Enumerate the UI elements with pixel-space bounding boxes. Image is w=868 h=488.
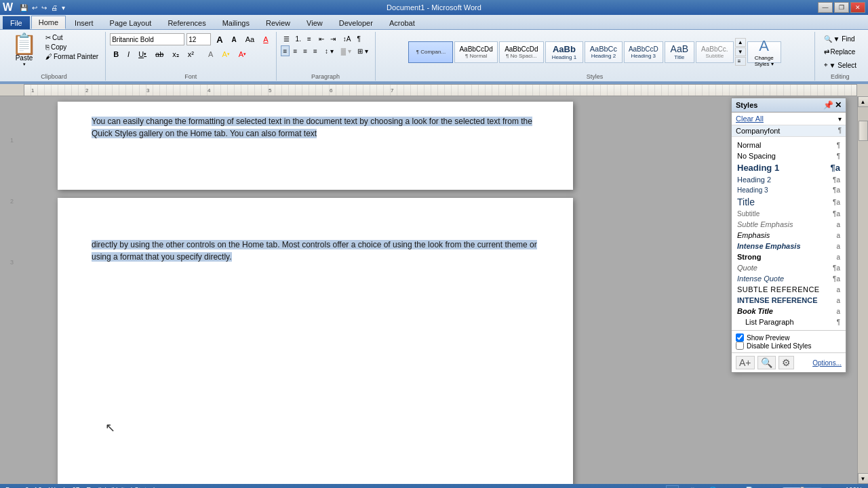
options-link[interactable]: Options... <box>812 359 842 367</box>
style-item-emphasis[interactable]: Emphasis a <box>732 230 846 241</box>
tab-home[interactable]: Home <box>31 16 66 29</box>
style-item-intense-quote[interactable]: Intense Quote ¶a <box>732 273 846 284</box>
style-normal-button[interactable]: AaBbCcDd ¶ Normal <box>454 41 497 63</box>
save-icon[interactable]: 💾 <box>18 3 29 12</box>
style-item-strong[interactable]: Strong a <box>732 251 846 262</box>
style-item-heading3[interactable]: Heading 3 ¶a <box>732 185 846 195</box>
subscript-button[interactable]: x₂ <box>169 48 182 60</box>
full-reading-button[interactable]: 📖 <box>686 486 699 489</box>
scroll-down-button[interactable]: ▼ <box>858 473 869 484</box>
tab-developer[interactable]: Developer <box>332 16 380 29</box>
change-styles-button[interactable]: A ChangeStyles ▾ <box>747 41 781 63</box>
tab-insert[interactable]: Insert <box>67 16 101 29</box>
style-companyfont-button[interactable]: ¶ Compan... <box>408 41 453 63</box>
borders-button[interactable]: ⊞ ▾ <box>355 45 371 56</box>
line-spacing-button[interactable]: ↕ ▾ <box>322 45 336 56</box>
shading-button[interactable]: ▓ ▾ <box>338 45 354 56</box>
multilevel-button[interactable]: ≡ <box>304 33 314 44</box>
styles-panel-dropdown[interactable]: ▾ <box>838 115 842 123</box>
style-item-normal[interactable]: Normal ¶ <box>732 140 846 150</box>
clear-all-button[interactable]: Clear All <box>736 115 764 123</box>
style-title-button[interactable]: AaB Title <box>665 41 694 63</box>
document-area[interactable]: You can easily change the formatting of … <box>24 96 857 484</box>
tab-mailings[interactable]: Mailings <box>215 16 257 29</box>
decrease-indent-button[interactable]: ⇤ <box>316 33 327 44</box>
paste-dropdown[interactable]: ▾ <box>23 62 26 67</box>
style-item-quote[interactable]: Quote ¶a <box>732 262 846 273</box>
font-name-input[interactable] <box>110 33 184 45</box>
bullets-button[interactable]: ☰ <box>281 33 292 44</box>
style-item-nospace[interactable]: No Spacing ¶ <box>732 150 846 161</box>
tab-acrobat[interactable]: Acrobat <box>382 16 422 29</box>
tab-page-layout[interactable]: Page Layout <box>102 16 159 29</box>
quick-access-dropdown[interactable]: ▾ <box>60 3 66 12</box>
style-nospace-button[interactable]: AaBbCcDd ¶ No Spaci... <box>499 41 544 63</box>
styles-panel-pin-icon[interactable]: 📌 <box>823 100 833 110</box>
italic-button[interactable]: I <box>124 48 133 60</box>
cut-button[interactable]: ✂ Cut <box>43 33 101 42</box>
underline-button[interactable]: U▾ <box>135 48 150 60</box>
style-item-title[interactable]: Title ¶a <box>732 195 846 209</box>
print-layout-button[interactable]: ▣ <box>666 485 679 489</box>
justify-button[interactable]: ≡ <box>311 45 320 56</box>
redo-icon[interactable]: ↪ <box>40 3 48 12</box>
font-size-input[interactable] <box>186 33 211 45</box>
show-formatting-button[interactable]: ¶ <box>354 33 363 44</box>
companyfont-item[interactable]: Companyf​ont ¶ <box>732 125 846 137</box>
style-item-subtle-reference[interactable]: Subtle Reference a <box>732 284 846 295</box>
style-item-subtitle[interactable]: Subtitle ¶a <box>732 209 846 219</box>
disable-linked-label[interactable]: Disable Linked Styles <box>736 342 842 350</box>
increase-indent-button[interactable]: ⇥ <box>328 33 338 44</box>
superscript-button[interactable]: x² <box>184 48 197 60</box>
tab-review[interactable]: Review <box>258 16 298 29</box>
web-layout-button[interactable]: 🌐 <box>706 486 719 489</box>
copy-button[interactable]: ⎘ Copy <box>43 43 101 52</box>
close-button[interactable]: ✕ <box>850 2 865 13</box>
highlight-button[interactable]: A▾ <box>218 48 233 60</box>
show-preview-label[interactable]: Show Preview <box>736 333 842 342</box>
paste-button[interactable]: 📋 Paste ▾ <box>7 32 41 69</box>
sort-button[interactable]: ↕A <box>340 33 354 44</box>
undo-icon[interactable]: ↩ <box>31 3 39 12</box>
strikethrough-button[interactable]: ab <box>152 48 167 60</box>
styles-panel-close-icon[interactable]: ✕ <box>835 100 842 110</box>
tab-references[interactable]: References <box>160 16 213 29</box>
numbering-button[interactable]: 1. <box>293 33 304 44</box>
manage-styles-icon[interactable]: ⚙ <box>778 356 794 369</box>
bold-button[interactable]: B <box>110 48 122 60</box>
style-item-book-title[interactable]: Book Title a <box>732 306 846 317</box>
style-heading3-button[interactable]: AaBbCcD Heading 3 <box>624 41 663 63</box>
print-preview-icon[interactable]: 🖨 <box>50 3 59 12</box>
styles-scroll-down[interactable]: ▼ <box>735 47 746 56</box>
align-left-button[interactable]: ≡ <box>281 45 290 56</box>
style-item-subtle-emphasis[interactable]: Subtle Emphasis a <box>732 219 846 230</box>
style-heading2-button[interactable]: AaBbCc Heading 2 <box>585 41 623 63</box>
minimize-button[interactable]: — <box>818 2 833 13</box>
tab-view[interactable]: View <box>299 16 330 29</box>
new-style-icon[interactable]: A+ <box>736 356 755 369</box>
style-item-intense-reference[interactable]: Intense Reference a <box>732 295 846 306</box>
show-preview-checkbox[interactable] <box>736 333 744 342</box>
clear-formatting-button[interactable]: A <box>260 33 271 45</box>
format-painter-button[interactable]: 🖌 Format Painter <box>43 52 101 61</box>
styles-more[interactable]: ≡ <box>735 57 746 66</box>
replace-button[interactable]: ⇄ Replace <box>819 46 861 58</box>
styles-scroll-up[interactable]: ▲ <box>735 38 746 47</box>
outline-button[interactable]: ≡ <box>726 486 736 489</box>
change-case-button[interactable]: Aa <box>242 33 258 45</box>
disable-linked-checkbox[interactable] <box>736 342 744 350</box>
style-heading1-button[interactable]: AaBb Heading 1 <box>545 41 583 63</box>
tab-file[interactable]: File <box>3 16 30 29</box>
draft-button[interactable]: 📄 <box>743 486 756 489</box>
grow-font-button[interactable]: A <box>213 33 226 45</box>
font-color-button[interactable]: A▾ <box>235 48 250 60</box>
scroll-up-button[interactable]: ▲ <box>858 96 869 107</box>
text-effects-button[interactable]: A <box>205 48 216 60</box>
style-item-intense-emphasis[interactable]: Intense Emphasis a <box>732 241 846 251</box>
style-item-list-paragraph[interactable]: List Paragraph ¶ <box>732 317 846 327</box>
style-inspector-icon[interactable]: 🔍 <box>757 356 776 369</box>
select-button[interactable]: ⌖ ▼ Select <box>819 59 861 71</box>
scroll-thumb[interactable] <box>859 121 868 141</box>
style-subtitle-button[interactable]: AaBbCc. Subtitle <box>696 41 734 63</box>
align-center-button[interactable]: ≡ <box>290 45 300 56</box>
